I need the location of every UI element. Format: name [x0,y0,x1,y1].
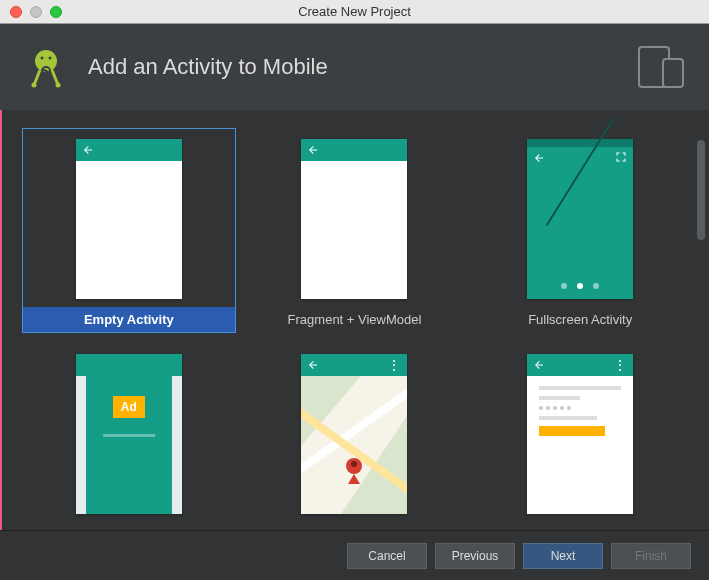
cancel-button[interactable]: Cancel [347,543,427,569]
thumbnail-appbar [527,147,633,169]
activity-label [474,522,686,530]
svg-point-1 [41,57,44,60]
window-controls [0,6,62,18]
svg-point-2 [49,57,52,60]
activity-label [249,522,461,530]
next-button[interactable]: Next [523,543,603,569]
svg-point-12 [351,461,357,467]
activity-label: Fragment + ViewModel [249,307,461,332]
finish-button[interactable]: Finish [611,543,691,569]
overflow-menu-icon: ⋮ [387,358,401,372]
back-arrow-icon [533,359,545,371]
activity-card[interactable]: Empty Activity [22,128,236,333]
activity-card[interactable]: Fragment + ViewModel [248,128,462,333]
window-title: Create New Project [0,4,709,19]
back-arrow-icon [533,152,545,164]
activity-card[interactable]: ⋮ [473,343,687,530]
activity-card[interactable]: Fullscreen Activity [473,128,687,333]
activity-thumbnail [76,139,182,299]
close-window-button[interactable] [10,6,22,18]
activity-thumbnail [527,139,633,299]
minimize-window-button[interactable] [30,6,42,18]
scrollbar[interactable] [697,140,705,400]
svg-point-3 [32,83,37,88]
activity-label [23,522,235,530]
activity-label: Empty Activity [23,307,235,332]
dialog-footer: Cancel Previous Next Finish [0,530,709,580]
activity-thumbnail [301,139,407,299]
thumbnail-appbar: ⋮ [301,354,407,376]
fullscreen-icon [615,151,627,163]
thumbnail-appbar [76,139,182,161]
svg-point-0 [35,50,57,72]
svg-point-4 [56,83,61,88]
back-arrow-icon [307,359,319,371]
overflow-menu-icon: ⋮ [613,358,627,372]
form-factor-icon [637,45,687,89]
thumbnail-appbar [76,354,182,376]
activity-thumbnail: ⋮ [301,354,407,514]
activity-label: Fullscreen Activity [474,307,686,332]
titlebar: Create New Project [0,0,709,24]
back-arrow-icon [82,144,94,156]
android-studio-logo-icon [22,43,70,91]
maximize-window-button[interactable] [50,6,62,18]
thumbnail-appbar [301,139,407,161]
activity-thumbnail: ⋮ [527,354,633,514]
dialog-header: Add an Activity to Mobile [0,24,709,110]
thumbnail-appbar: ⋮ [527,354,633,376]
previous-button[interactable]: Previous [435,543,515,569]
page-title: Add an Activity to Mobile [88,54,328,80]
scrollbar-thumb[interactable] [697,140,705,240]
back-arrow-icon [307,144,319,156]
activity-gallery: Empty ActivityFragment + ViewModelFullsc… [0,110,709,530]
svg-rect-7 [663,59,683,87]
activity-card[interactable]: Ad [22,343,236,530]
activity-thumbnail: Ad [76,354,182,514]
activity-card[interactable]: ⋮ [248,343,462,530]
ad-badge: Ad [113,396,145,418]
